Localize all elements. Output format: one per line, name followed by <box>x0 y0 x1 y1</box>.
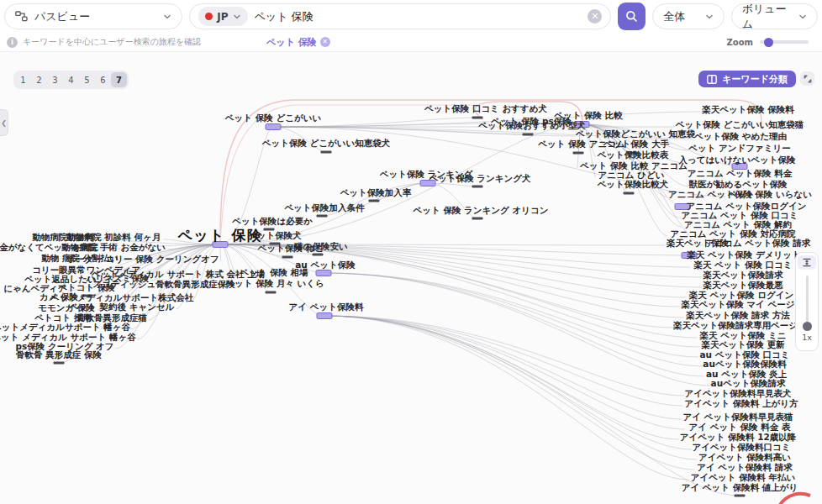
keyword-node-marker[interactable] <box>472 218 483 220</box>
keyword-node-marker[interactable] <box>472 186 483 188</box>
keyword-node-label[interactable]: ペット 保険 ランキング オリコン <box>414 205 549 217</box>
graph-edge <box>324 316 697 459</box>
keyword-tag-label: ペット 保険 <box>266 36 317 49</box>
keyword-node-label[interactable]: ペット保険比較犬 <box>598 179 669 191</box>
keyword-node-label[interactable]: ペット 保険 どこがいい <box>225 113 321 124</box>
country-selector[interactable]: JP <box>198 7 247 26</box>
keyword-node-marker[interactable] <box>369 200 380 202</box>
fit-to-view-button[interactable] <box>798 255 816 270</box>
fit-center-icon <box>802 258 812 267</box>
zoom-label: Zoom <box>727 38 753 47</box>
keyword-node-label[interactable]: ペット保険 どこがいい知恵袋猫 <box>676 119 804 131</box>
keyword-node-label[interactable]: ペット保険 いらない <box>728 189 812 201</box>
keyword-node-label[interactable]: ペット保険 口コミ おすすめ犬 <box>424 103 547 115</box>
expand-arrows-icon <box>804 75 812 83</box>
chevron-down-icon <box>798 13 807 21</box>
graph-edge <box>324 316 682 419</box>
keyword-node-label[interactable]: 猫の保険安い <box>294 241 348 253</box>
page-7-active[interactable]: 7 <box>111 72 127 87</box>
keyword-node-label[interactable]: ペット保険 ランキング犬 <box>429 173 530 185</box>
keyword-node-label[interactable]: ペット保険は必要か <box>232 216 313 228</box>
keyword-node-label[interactable]: 入ってはいけないペット保険 <box>679 155 796 166</box>
keyword-node-label[interactable]: アニコム ペット保険 請求 <box>706 238 811 249</box>
keyword-node-label[interactable]: 動物病院 手術 お金がない <box>61 242 166 254</box>
page-6[interactable]: 6 <box>95 72 111 87</box>
zoom-slider[interactable] <box>760 40 809 44</box>
keyword-node-label[interactable]: 楽天ペット保険 保険料 <box>702 104 793 116</box>
hint-text: キーワードを中心にユーザー検索の旅程を確認 <box>23 36 201 48</box>
keyword-node-label[interactable]: ペット保険 やめた理由 <box>694 131 787 143</box>
keyword-node-marker[interactable] <box>317 312 333 319</box>
sort-dropdown[interactable]: ボリューム <box>731 3 818 29</box>
scope-label: 全体 <box>663 9 685 24</box>
keyword-node-label[interactable]: ペット 契約後 キャンセル <box>70 302 175 313</box>
graph-edge <box>324 273 698 357</box>
highlighted-path <box>780 494 810 504</box>
keyword-node-label[interactable]: ボーダー コリー 保険 クーリングオフ <box>66 254 219 265</box>
keyword-node-marker[interactable] <box>266 291 277 294</box>
page-1[interactable]: 1 <box>15 72 31 87</box>
keyword-node-label[interactable]: ペット保険加入率 <box>340 187 412 199</box>
collapse-panel-handle[interactable]: ❮ <box>0 109 8 136</box>
view-mode-dropdown[interactable]: パスビュー <box>4 3 182 29</box>
search-button[interactable] <box>618 3 645 30</box>
graph-zoom-thumb[interactable] <box>803 322 812 331</box>
page-4[interactable]: 4 <box>63 72 79 87</box>
keyword-node-marker[interactable] <box>735 495 746 497</box>
keyword-node-label[interactable]: アイ ペット 保険料 値上がり <box>682 482 798 494</box>
graph-edge <box>324 316 688 480</box>
graph-zoom-widget: 1x <box>795 252 819 351</box>
keyword-node-marker[interactable] <box>266 123 282 130</box>
sub-toolbar: i キーワードを中心にユーザー検索の旅程を確認 ペット 保険 ✕ Zoom <box>0 33 822 52</box>
graph-edge <box>324 316 682 406</box>
sort-label: ボリューム <box>742 2 792 32</box>
keyword-node-label[interactable]: ペット保険 大手 <box>603 139 669 150</box>
keyword-node-label[interactable]: ペット アンドファミリー <box>688 143 791 155</box>
info-icon: i <box>7 37 18 48</box>
keyword-node-marker[interactable] <box>54 362 65 365</box>
search-box[interactable]: JP ✕ <box>189 3 611 29</box>
keyword-node-label[interactable]: ペット保険加入条件 <box>284 202 364 214</box>
keyword-node-marker[interactable] <box>282 256 293 259</box>
keyword-classify-label: キーワード分類 <box>722 73 788 86</box>
graph-zoom-slider[interactable] <box>806 276 809 328</box>
view-mode-label: パスビュー <box>34 9 90 24</box>
chevron-down-icon <box>705 13 714 21</box>
search-icon <box>625 10 638 23</box>
remove-tag-icon[interactable]: ✕ <box>320 37 330 47</box>
zoom-slider-thumb[interactable] <box>764 38 773 47</box>
page-2[interactable]: 2 <box>31 72 47 87</box>
japan-flag-icon <box>205 13 213 20</box>
graph-edge <box>324 316 694 470</box>
graph-zoom-level: 1x <box>802 333 812 342</box>
depth-pagination: 1 2 3 4 5 6 7 <box>13 71 129 89</box>
keyword-node-label[interactable]: ペット保険比較表 <box>598 150 669 161</box>
keyword-node-marker[interactable] <box>523 134 534 136</box>
chevron-down-icon <box>163 13 171 21</box>
keyword-node-label[interactable]: ペット保険犬 <box>248 230 302 242</box>
scope-dropdown[interactable]: 全体 <box>652 3 724 29</box>
keyword-node-marker[interactable] <box>321 151 332 154</box>
keyword-node-label[interactable]: アイペット 保険料 上がり方 <box>684 398 798 410</box>
fullscreen-toggle-button[interactable] <box>800 71 814 86</box>
keyword-tag[interactable]: ペット 保険 ✕ <box>266 36 330 49</box>
keyword-node-marker[interactable] <box>317 215 328 218</box>
clear-search-icon[interactable]: ✕ <box>588 9 602 24</box>
keyword-classify-button[interactable]: キーワード分類 <box>698 71 796 87</box>
keyword-node-label[interactable]: 骨軟骨 異形成症 保険 <box>16 349 102 361</box>
graph-edge <box>324 316 685 429</box>
keyword-node-marker[interactable] <box>624 192 635 195</box>
page-3[interactable]: 3 <box>47 72 63 87</box>
search-input[interactable] <box>255 10 582 23</box>
keyword-node-label[interactable]: アニコム ペット保険 料金 <box>688 168 793 180</box>
keyword-node-label[interactable]: アイ ペット保険料 <box>289 302 364 313</box>
keyword-node-marker[interactable] <box>472 117 483 119</box>
keyword-node-label[interactable]: ペット 保険 比較 <box>554 110 623 122</box>
keyword-node-label[interactable]: ペット保険おすすめ小型犬 <box>478 120 586 132</box>
path-view-icon <box>15 11 28 22</box>
keyword-node-label[interactable]: 楽天ペット保険 マイ ページ <box>681 299 794 311</box>
columns-icon <box>707 75 717 84</box>
keyword-node-label[interactable]: ペット保険 どこがいい知恵袋犬 <box>262 138 391 150</box>
page-5[interactable]: 5 <box>79 72 95 87</box>
keyword-node-marker[interactable] <box>573 152 584 155</box>
